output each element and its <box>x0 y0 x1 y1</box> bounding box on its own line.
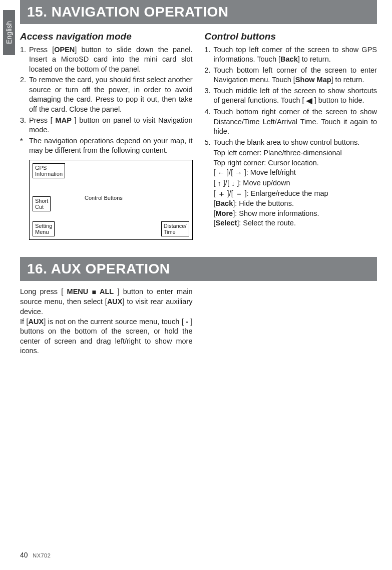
num: 4. <box>205 107 214 137</box>
num: 3. <box>205 86 214 106</box>
diagram-gps-box: GPS Information <box>33 163 65 178</box>
num-1: 1. <box>20 45 29 75</box>
t: ] button to hide. <box>312 96 364 104</box>
line-up-down: [ ↑ ]/[ ↓ ]: Move up/down <box>205 178 377 189</box>
minus-icon: － <box>235 189 243 199</box>
ctrl-step-4-text: Touch bottom right corner of the screen … <box>214 107 377 137</box>
all-label: ALL <box>96 288 114 296</box>
diagram-setting-box: Setting Menu <box>33 221 55 236</box>
more-label: More <box>216 209 233 217</box>
arrow-left-icon: ← <box>218 168 225 178</box>
back-label: Back <box>280 55 298 63</box>
t: ]: Enlarge/reduce the map <box>243 189 328 197</box>
t: ] is not on the current source menu, tou… <box>44 318 186 326</box>
ctrl-step-4: 4. Touch bottom right corner of the scre… <box>205 107 377 137</box>
nav-step-3: 3. Press [ MAP ] button on panel to visi… <box>20 116 193 135</box>
plus-icon: ＋ <box>218 189 225 199</box>
line-plus-minus: [ ＋ ]/[ － ]: Enlarge/reduce the map <box>205 189 377 199</box>
asterisk: * <box>20 136 29 156</box>
t: [ <box>214 179 218 187</box>
t: Long press [ <box>20 288 67 296</box>
screen-layout-diagram: GPS Information Short Cut Setting Menu C… <box>29 160 193 240</box>
t: ]: Show more informations. <box>233 209 319 217</box>
back-label: Back <box>216 199 233 207</box>
t: ] to return. <box>331 76 364 84</box>
ctrl-step-5: 5. Touch the blank area to show control … <box>205 138 377 148</box>
t: ]: Select the route. <box>237 219 296 227</box>
ctrl-step-1-text: Touch top left corner of the screen to s… <box>214 45 377 65</box>
num: 1. <box>205 45 214 65</box>
language-tab: English <box>3 10 15 55</box>
t: [ <box>214 189 218 197</box>
access-nav-heading: Access navigation mode <box>20 30 193 43</box>
open-label: OPEN <box>54 46 75 54</box>
ctrl-step-3-text: Touch middle left of the screen to show … <box>214 86 377 106</box>
diagram-control-label: Control Buttons <box>85 194 123 202</box>
aux-label: AUX <box>29 318 44 326</box>
t: ]: Hide the buttons. <box>233 199 294 207</box>
aux-para-1: Long press [ MENU ■ ALL ] button to ente… <box>20 287 193 317</box>
t: ]/[ <box>225 189 235 197</box>
map-label: MAP <box>56 116 72 124</box>
nav-step-1-text: Press [OPEN] button to slide down the pa… <box>29 45 193 75</box>
line-more: [More]: Show more informations. <box>205 209 377 219</box>
diagram-distance-box: Distance/ Time <box>161 221 189 236</box>
nav-step-2: 2. To remove the card, you should first … <box>20 75 193 114</box>
right-column: Control buttons 1. Touch top left corner… <box>205 30 377 240</box>
line-select: [Select]: Select the route. <box>205 218 377 228</box>
section-15-title: 15. NAVIGATION OPERATION <box>20 0 377 24</box>
ctrl-step-5-text: Touch the blank area to show control but… <box>214 138 377 148</box>
aux-para-2: If [AUX] is not on the current source me… <box>20 317 193 356</box>
num-3: 3. <box>20 116 29 135</box>
t: [ <box>214 168 218 176</box>
ctrl-step-3: 3. Touch middle left of the screen to sh… <box>205 86 377 106</box>
t: Press [ <box>29 46 54 54</box>
nav-note: * The navigation operations depend on yo… <box>20 136 193 156</box>
t: ]: Move left/right <box>242 168 296 176</box>
left-column: Access navigation mode 1. Press [OPEN] b… <box>20 30 193 240</box>
aux-column: Long press [ MENU ■ ALL ] button to ente… <box>20 287 193 356</box>
t: Press [ <box>29 116 56 124</box>
num-2: 2. <box>20 75 29 114</box>
line-back: [Back]: Hide the buttons. <box>205 199 377 209</box>
diagram-shortcut-box: Short Cut <box>33 196 51 211</box>
showmap-label: Show Map <box>295 76 331 84</box>
select-label: Select <box>216 219 237 227</box>
nav-step-1: 1. Press [OPEN] button to slide down the… <box>20 45 193 75</box>
line-left-right: [ ← ]/[ → ]: Move left/right <box>205 168 377 178</box>
ctrl-step-2: 2. Touch bottom left corner of the scree… <box>205 66 377 85</box>
t: ]/[ <box>221 179 231 187</box>
section-16-title: 16. AUX OPERATION <box>20 257 377 281</box>
nav-step-3-text: Press [ MAP ] button on panel to visit N… <box>29 116 193 135</box>
t: ] to return. <box>298 55 331 63</box>
square-icon: ■ <box>92 288 97 298</box>
nav-step-2-text: To remove the card, you should first sel… <box>29 75 193 114</box>
aux-label: AUX <box>107 298 123 306</box>
arrow-right-icon: → <box>235 168 242 178</box>
menu-label: MENU <box>67 288 92 296</box>
control-buttons-heading: Control buttons <box>205 30 377 43</box>
chevron-left-icon: ◀ <box>306 96 312 106</box>
nav-note-text: The navigation operations depend on your… <box>29 136 193 156</box>
t: If [ <box>20 318 29 326</box>
top-right-line: Top right corner: Cursor location. <box>205 158 377 168</box>
arrow-up-icon: ↑ <box>218 179 221 189</box>
model-label: NX702 <box>33 552 51 558</box>
page-number: 40 <box>20 551 28 559</box>
page-footer: 40 NX702 <box>20 551 51 559</box>
t: ]: Move up/down <box>235 179 290 187</box>
num: 5. <box>205 138 214 148</box>
top-left-line: Top left corner: Plane/three-dimensional <box>205 148 377 158</box>
ctrl-step-2-text: Touch bottom left corner of the screen t… <box>214 66 377 85</box>
empty-column <box>205 287 377 356</box>
t: ]/[ <box>225 168 235 176</box>
ctrl-step-1: 1. Touch top left corner of the screen t… <box>205 45 377 65</box>
num: 2. <box>205 66 214 85</box>
